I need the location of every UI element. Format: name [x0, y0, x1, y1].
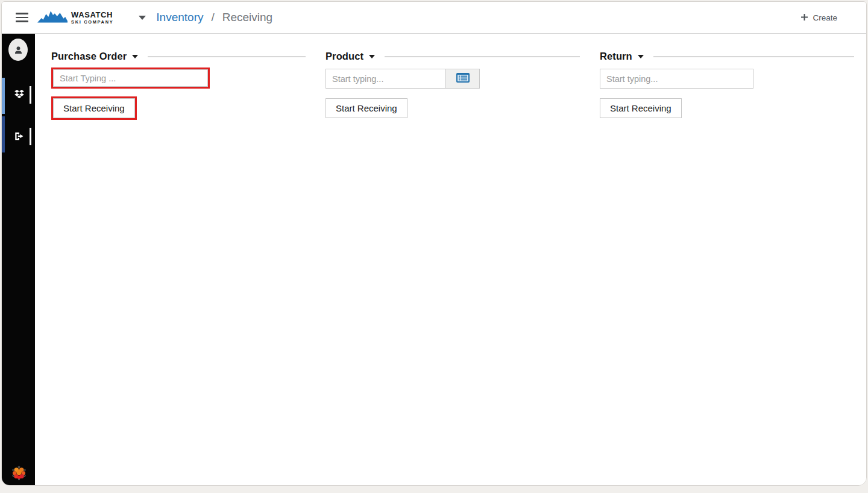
section-divider-line	[385, 56, 580, 57]
return-section-header[interactable]: Return	[600, 51, 854, 62]
breadcrumb-current-receiving: Receiving	[222, 11, 272, 24]
purchase-order-section: Purchase Order Start Receiving	[51, 51, 306, 120]
product-section-header[interactable]: Product	[326, 51, 580, 62]
product-search-input[interactable]	[326, 69, 446, 89]
logo-wordmark: WASATCH SKI COMPANY	[71, 11, 113, 24]
app-window: WASATCH SKI COMPANY Inventory / Receivin…	[1, 1, 867, 486]
logo-line2: SKI COMPANY	[71, 20, 113, 24]
purchase-order-button-highlight: Start Receiving	[51, 96, 137, 120]
purchase-order-search-input[interactable]	[53, 69, 208, 87]
create-button[interactable]: Create	[801, 13, 837, 22]
return-search-input[interactable]	[600, 69, 753, 89]
main-content: Purchase Order Start Receiving Product	[35, 34, 866, 485]
purchase-order-title: Purchase Order	[51, 51, 127, 62]
list-view-icon	[456, 73, 470, 85]
purchase-order-input-highlight	[51, 68, 210, 89]
caret-down-icon	[132, 55, 138, 58]
breadcrumb-link-inventory[interactable]: Inventory	[156, 11, 203, 24]
company-logo: WASATCH SKI COMPANY	[37, 10, 113, 26]
flower-logo-icon[interactable]	[11, 465, 27, 481]
return-section: Return Start Receiving	[600, 51, 854, 120]
top-navigation-bar: WASATCH SKI COMPANY Inventory / Receivin…	[2, 2, 866, 34]
breadcrumb: Inventory / Receiving	[156, 11, 272, 24]
purchase-order-section-header[interactable]: Purchase Order	[51, 51, 306, 62]
chevron-down-icon[interactable]	[139, 16, 146, 20]
mountain-logo-icon	[37, 10, 68, 26]
sidebar-active-strip-light	[2, 78, 5, 114]
product-lookup-button[interactable]	[446, 69, 480, 89]
product-section: Product	[326, 51, 580, 120]
sidebar-indicator-bar	[30, 86, 31, 104]
sidebar-indicator-bar	[30, 128, 31, 145]
create-button-label: Create	[813, 13, 837, 22]
section-divider-line	[653, 56, 854, 57]
caret-down-icon	[369, 55, 375, 58]
hamburger-menu-icon[interactable]	[16, 13, 28, 22]
caret-down-icon	[638, 55, 644, 58]
user-avatar-icon[interactable]	[8, 39, 28, 61]
breadcrumb-separator: /	[211, 11, 214, 24]
dropbox-icon[interactable]	[14, 89, 25, 100]
product-start-receiving-button[interactable]: Start Receiving	[326, 98, 407, 118]
left-sidebar	[2, 34, 35, 485]
return-title: Return	[600, 51, 632, 62]
sign-out-icon[interactable]	[14, 131, 25, 142]
sidebar-active-strip-dark	[2, 116, 5, 152]
return-start-receiving-button[interactable]: Start Receiving	[600, 98, 682, 118]
section-divider-line	[148, 56, 306, 57]
logo-line1: WASATCH	[71, 11, 113, 19]
plus-icon	[801, 13, 808, 22]
product-title: Product	[326, 51, 363, 62]
purchase-order-start-receiving-button[interactable]: Start Receiving	[53, 98, 135, 118]
